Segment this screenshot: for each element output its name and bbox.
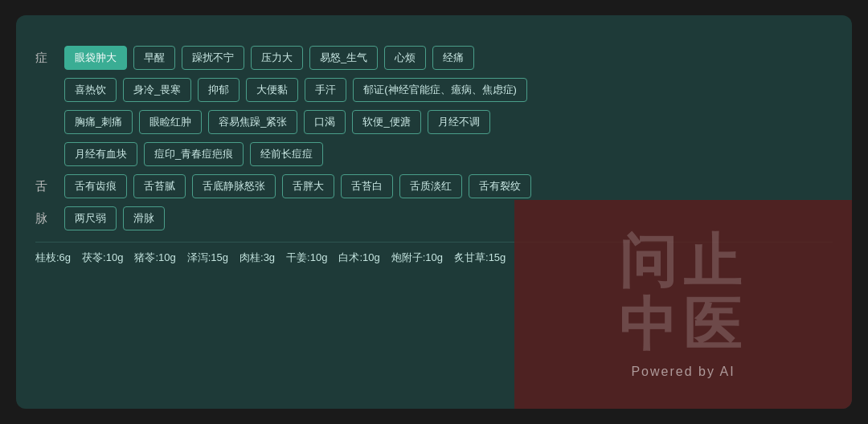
tongue-row: 舌 舌有齿痕舌苔腻舌底静脉怒张舌胖大舌苔白舌质淡红舌有裂纹 xyxy=(35,174,833,198)
symptom-label-2 xyxy=(35,110,64,115)
pulse-row: 脉 两尺弱滑脉 xyxy=(35,206,833,230)
symptom-label-3 xyxy=(35,142,64,147)
symptom-label-1 xyxy=(35,78,64,83)
symptom-tag-2-5[interactable]: 月经不调 xyxy=(428,110,490,134)
medicine-item-4: 肉桂:3g xyxy=(240,251,275,265)
tongue-tag-3[interactable]: 舌胖大 xyxy=(282,174,334,198)
symptom-tag-2-4[interactable]: 软便_便溏 xyxy=(352,110,420,134)
symptom-tags-3: 月经有血块痘印_青春痘疤痕经前长痘痘 xyxy=(64,142,833,166)
symptom-tag-1-5[interactable]: 郁证(神经官能症、癔病、焦虑症) xyxy=(353,78,527,102)
medicine-item-3: 泽泻:15g xyxy=(187,251,228,265)
tongue-tag-0[interactable]: 舌有齿痕 xyxy=(64,174,127,198)
symptom-tag-0-6[interactable]: 经痛 xyxy=(432,46,474,70)
medicine-item-5: 干姜:10g xyxy=(286,251,327,265)
tongue-tag-5[interactable]: 舌质淡红 xyxy=(399,174,462,198)
symptom-tag-0-0[interactable]: 眼袋肿大 xyxy=(64,46,127,70)
symptom-tags-2: 胸痛_刺痛眼睑红肿容易焦躁_紧张口渴软便_便溏月经不调 xyxy=(64,110,833,134)
symptom-tag-1-4[interactable]: 手汗 xyxy=(305,78,346,102)
symptom-tag-3-1[interactable]: 痘印_青春痘疤痕 xyxy=(144,142,244,166)
medicine-item-8: 炙甘草:15g xyxy=(454,251,506,265)
watermark: 问止中医 Powered by AI xyxy=(514,200,852,409)
symptom-tag-0-4[interactable]: 易怒_生气 xyxy=(309,46,378,70)
symptom-row-2: 胸痛_刺痛眼睑红肿容易焦躁_紧张口渴软便_便溏月经不调 xyxy=(35,110,833,134)
symptom-tag-0-1[interactable]: 早醒 xyxy=(133,46,175,70)
medicine-item-0: 桂枝:6g xyxy=(35,251,71,265)
symptom-tag-1-2[interactable]: 抑郁 xyxy=(198,78,240,102)
symptom-tag-2-0[interactable]: 胸痛_刺痛 xyxy=(64,110,133,134)
symptom-row-3: 月经有血块痘印_青春痘疤痕经前长痘痘 xyxy=(35,142,833,166)
symptom-tag-2-2[interactable]: 容易焦躁_紧张 xyxy=(208,110,297,134)
symptom-tag-1-3[interactable]: 大便黏 xyxy=(246,78,298,102)
tongue-tag-6[interactable]: 舌有裂纹 xyxy=(469,174,531,198)
pulse-tag-1[interactable]: 滑脉 xyxy=(123,206,165,230)
pulse-tags: 两尺弱滑脉 xyxy=(64,206,833,230)
medicine-item-1: 茯苓:10g xyxy=(82,251,123,265)
tongue-tag-1[interactable]: 舌苔腻 xyxy=(133,174,186,198)
medicine-item-2: 猪苓:10g xyxy=(134,251,175,265)
medicine-row: 桂枝:6g茯苓:10g猪苓:10g泽泻:15g肉桂:3g干姜:10g白术:10g… xyxy=(35,242,833,265)
symptom-tags-1: 喜热饮身冷_畏寒抑郁大便黏手汗郁证(神经官能症、癔病、焦虑症) xyxy=(64,78,833,102)
tongue-tag-2[interactable]: 舌底静脉怒张 xyxy=(192,174,276,198)
main-card: 症眼袋肿大早醒躁扰不宁压力大易怒_生气心烦经痛喜热饮身冷_畏寒抑郁大便黏手汗郁证… xyxy=(16,15,852,409)
symptom-tag-3-2[interactable]: 经前长痘痘 xyxy=(250,142,323,166)
symptom-row-0: 症眼袋肿大早醒躁扰不宁压力大易怒_生气心烦经痛 xyxy=(35,46,833,70)
medicine-item-7: 炮附子:10g xyxy=(391,251,443,265)
symptom-tag-1-0[interactable]: 喜热饮 xyxy=(64,78,117,102)
medicine-item-6: 白术:10g xyxy=(338,251,379,265)
symptom-tag-0-3[interactable]: 压力大 xyxy=(251,46,303,70)
symptom-tag-3-0[interactable]: 月经有血块 xyxy=(64,142,137,166)
symptom-tag-2-3[interactable]: 口渴 xyxy=(304,110,346,134)
pulse-label: 脉 xyxy=(35,206,64,226)
tongue-tag-4[interactable]: 舌苔白 xyxy=(341,174,393,198)
symptom-tag-0-5[interactable]: 心烦 xyxy=(384,46,426,70)
symptom-tag-2-1[interactable]: 眼睑红肿 xyxy=(139,110,202,134)
symptom-tag-0-2[interactable]: 躁扰不宁 xyxy=(182,46,244,70)
pulse-tag-0[interactable]: 两尺弱 xyxy=(64,206,117,230)
tongue-tags: 舌有齿痕舌苔腻舌底静脉怒张舌胖大舌苔白舌质淡红舌有裂纹 xyxy=(64,174,833,198)
watermark-en: Powered by AI xyxy=(631,365,735,379)
symptom-label-0: 症 xyxy=(35,46,64,66)
tongue-label: 舌 xyxy=(35,174,64,194)
symptom-tag-1-1[interactable]: 身冷_畏寒 xyxy=(123,78,191,102)
symptom-row-1: 喜热饮身冷_畏寒抑郁大便黏手汗郁证(神经官能症、癔病、焦虑症) xyxy=(35,78,833,102)
symptom-tags-0: 眼袋肿大早醒躁扰不宁压力大易怒_生气心烦经痛 xyxy=(64,46,833,70)
